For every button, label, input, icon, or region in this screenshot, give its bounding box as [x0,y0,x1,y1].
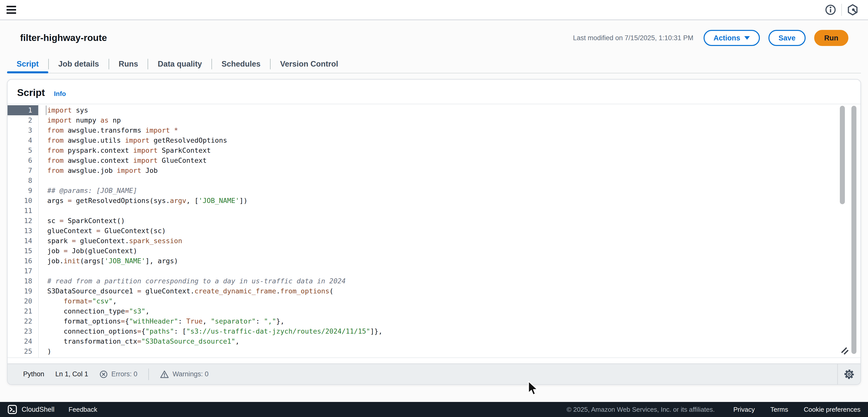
code-line[interactable]: connection_options={"paths": ["s3://us-t… [47,326,828,336]
header-actions: Last modified on 7/15/2025, 1:10:31 PM A… [573,30,848,46]
tab-schedules[interactable]: Schedules [212,55,270,73]
status-bar-left: Python Ln 1, Col 1 Errors: 0 [7,364,837,384]
line-number[interactable]: 25 [7,346,38,356]
error-icon [99,370,108,379]
cursor-position: Ln 1, Col 1 [55,370,88,378]
line-number[interactable]: 10 [7,196,38,206]
line-number[interactable]: 5 [7,145,38,155]
line-number[interactable]: 18 [7,276,38,286]
line-number[interactable]: 15 [7,246,38,256]
line-number[interactable]: 22 [7,316,38,326]
line-number[interactable]: 17 [7,266,38,276]
tab-version-control[interactable]: Version Control [271,55,348,73]
line-number[interactable]: 19 [7,286,38,296]
code-line[interactable]: import sys [47,105,828,115]
code-line[interactable]: import numpy as np [47,115,828,125]
line-number[interactable]: 7 [7,166,38,176]
code-line[interactable]: from awsglue.utils import getResolvedOpt… [47,135,828,145]
line-number[interactable]: 24 [7,336,38,346]
save-button[interactable]: Save [768,30,806,46]
code-line[interactable]: sc = SparkContext() [47,216,828,226]
feedback-link[interactable]: Feedback [69,406,97,414]
tab-runs[interactable]: Runs [109,55,148,73]
hamburger-icon [6,12,16,14]
script-panel: Script Info 1234567891011121314151617181… [7,79,861,385]
panel-scrollbar-thumb[interactable] [851,106,857,354]
line-number[interactable]: 23 [7,326,38,336]
line-number[interactable]: 11 [7,206,38,216]
errors-indicator[interactable]: Errors: 0 [99,370,137,379]
code-line[interactable]: job.init(args['JOB_NAME'], args) [47,256,828,266]
errors-label: Errors: 0 [112,370,137,378]
code-line[interactable]: connection_type="s3", [47,306,828,316]
warnings-indicator[interactable]: Warnings: 0 [160,370,209,379]
editor-settings-button[interactable] [843,368,855,380]
cloudshell-button[interactable]: CloudShell [7,405,55,414]
tab-script[interactable]: Script [7,55,48,73]
code-line[interactable] [47,356,828,358]
line-number[interactable]: 13 [7,226,38,236]
line-number[interactable]: 12 [7,216,38,226]
code-editor[interactable]: 1234567891011121314151617181920212223242… [7,104,861,358]
footer-link-terms[interactable]: Terms [770,406,788,414]
warning-icon [160,370,169,379]
actions-button[interactable]: Actions [704,30,760,46]
code-line[interactable]: format="csv", [47,296,828,306]
code-line[interactable]: args = getResolvedOptions(sys.argv, ['JO… [47,196,828,206]
footer-link-cookie-preferences[interactable]: Cookie preferences [804,406,861,414]
code-line[interactable]: format_options={"withHeader": True, "sep… [47,316,828,326]
line-number[interactable]: 1 [7,105,38,115]
glue-service-icon [847,4,859,16]
code-line[interactable]: ## @params: [JOB_NAME] [47,186,828,196]
actions-button-label: Actions [714,34,740,42]
code-line[interactable]: from awsglue.context import GlueContext [47,155,828,166]
copyright-text: © 2025, Amazon Web Services, Inc. or its… [566,406,715,414]
code-line[interactable]: job = Job(glueContext) [47,246,828,256]
info-button[interactable] [822,1,839,19]
code-line[interactable]: transformation_ctx="S3DataSource_dsource… [47,336,828,346]
line-number[interactable]: 16 [7,256,38,266]
code-line[interactable] [47,206,828,216]
code-line[interactable]: ) [47,346,828,356]
status-divider [148,369,149,380]
language-indicator: Python [23,370,44,378]
tab-data-quality[interactable]: Data quality [148,55,212,73]
line-number[interactable]: 8 [7,176,38,186]
code-line[interactable]: spark = glueContext.spark_session [47,236,828,246]
line-number[interactable]: 2 [7,115,38,125]
code-lines: import sysimport numpy as npfrom awsglue… [39,105,828,358]
line-number[interactable]: 14 [7,236,38,246]
service-button[interactable] [844,1,862,19]
line-number[interactable]: 21 [7,306,38,316]
code-line[interactable]: from pyspark.context import SparkContext [47,145,828,155]
code-line[interactable]: from awsglue.transforms import * [47,125,828,135]
line-number[interactable]: 4 [7,135,38,145]
editor-scrollbar-thumb[interactable] [840,106,845,204]
page-header: filter-highway-route Last modified on 7/… [0,21,868,55]
hamburger-icon [6,6,16,7]
gutter: 1234567891011121314151617181920212223242… [7,105,38,358]
code-line[interactable]: glueContext = GlueContext(sc) [47,226,828,236]
line-number[interactable]: 3 [7,125,38,135]
run-button[interactable]: Run [814,30,848,46]
line-number[interactable]: 26 [7,356,38,358]
code-line[interactable]: # read from a partition corresponding to… [47,276,828,286]
line-number[interactable]: 20 [7,296,38,306]
footer-link-privacy[interactable]: Privacy [734,406,755,414]
resize-handle-icon[interactable] [840,346,849,355]
code-line[interactable]: S3DataSource_dsource1 = glueContext.crea… [47,286,828,296]
code-line[interactable]: from awsglue.job import Job [47,166,828,176]
code-line[interactable] [47,266,828,276]
menu-button[interactable] [6,3,19,17]
code-line[interactable] [47,176,828,186]
info-link[interactable]: Info [54,90,66,98]
editor-status-bar: Python Ln 1, Col 1 Errors: 0 [7,363,861,384]
status-bar-right [837,364,861,384]
job-tabs: ScriptJob detailsRunsData qualitySchedul… [7,55,861,73]
top-navigation-bar [0,0,868,20]
tab-job-details[interactable]: Job details [49,55,108,73]
script-panel-heading: Script Info [7,80,861,104]
line-number[interactable]: 9 [7,186,38,196]
cloudshell-label: CloudShell [22,406,55,414]
line-number[interactable]: 6 [7,155,38,166]
